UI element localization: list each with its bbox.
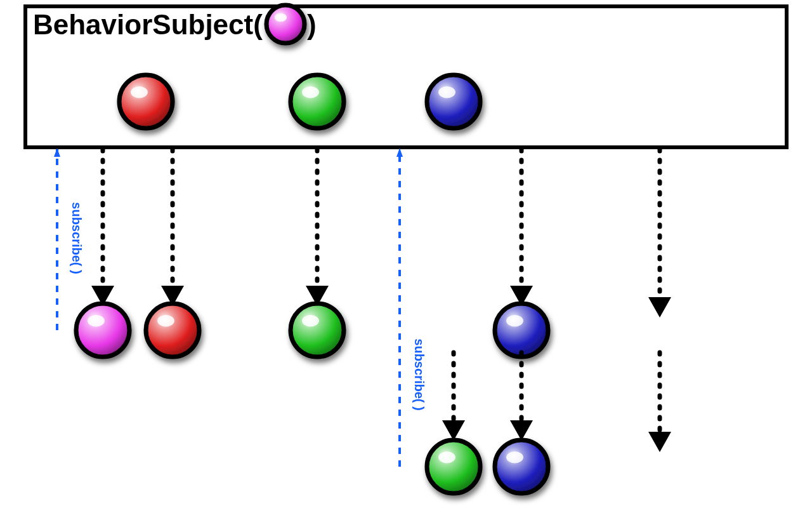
svg-point-15 xyxy=(506,315,523,326)
svg-point-8 xyxy=(76,304,129,357)
emit-arrow-2 xyxy=(306,149,329,306)
subscribe-label-0: subscribe( ) xyxy=(70,202,84,274)
svg-point-19 xyxy=(506,451,523,463)
svg-point-9 xyxy=(88,315,105,326)
operator-title-prefix: BehaviorSubject( xyxy=(33,9,263,40)
subscriber1-timeline-marble-2 xyxy=(291,304,344,357)
subscriber1-timeline-marble-0 xyxy=(76,304,129,357)
svg-point-14 xyxy=(495,304,548,357)
emit-arrow-5 xyxy=(442,352,465,441)
emit-arrow-3 xyxy=(510,149,533,306)
svg-point-12 xyxy=(291,304,344,357)
svg-point-1 xyxy=(275,13,287,22)
svg-point-13 xyxy=(302,315,319,326)
title-initial-value-marble xyxy=(266,5,304,43)
source-timeline-marble-1 xyxy=(291,75,344,128)
svg-point-18 xyxy=(495,440,548,493)
subscriber1-timeline-marble-3 xyxy=(495,304,548,357)
emit-arrow-7 xyxy=(648,352,671,452)
svg-point-11 xyxy=(157,315,174,326)
emit-arrow-0 xyxy=(91,149,114,306)
marble-diagram: BehaviorSubject( ) subscribe( )subscribe… xyxy=(0,0,812,527)
svg-point-3 xyxy=(131,86,148,98)
subscribe-label-1: subscribe( ) xyxy=(412,338,426,410)
subscriber2-timeline-marble-1 xyxy=(495,440,548,493)
svg-point-17 xyxy=(438,451,455,463)
operator-title-suffix: ) xyxy=(307,9,317,40)
source-timeline-marble-2 xyxy=(427,75,480,128)
source-timeline-marble-0 xyxy=(119,75,173,128)
svg-point-16 xyxy=(427,440,480,493)
title-marble xyxy=(266,5,304,43)
svg-point-10 xyxy=(146,304,199,357)
subscriber1-timeline-marble-1 xyxy=(146,304,199,357)
svg-point-2 xyxy=(119,75,173,128)
emit-arrow-6 xyxy=(510,352,533,441)
svg-point-7 xyxy=(438,86,455,98)
svg-point-4 xyxy=(291,75,344,128)
subscriber2-timeline-marble-0 xyxy=(427,440,480,493)
svg-point-6 xyxy=(427,75,480,128)
svg-point-0 xyxy=(266,5,304,43)
emit-arrow-1 xyxy=(161,149,184,306)
subscribe-arrow-0: subscribe( ) xyxy=(57,149,84,330)
svg-point-5 xyxy=(302,86,319,98)
emit-arrow-4 xyxy=(648,149,671,317)
subscribe-arrow-1: subscribe( ) xyxy=(400,149,426,467)
